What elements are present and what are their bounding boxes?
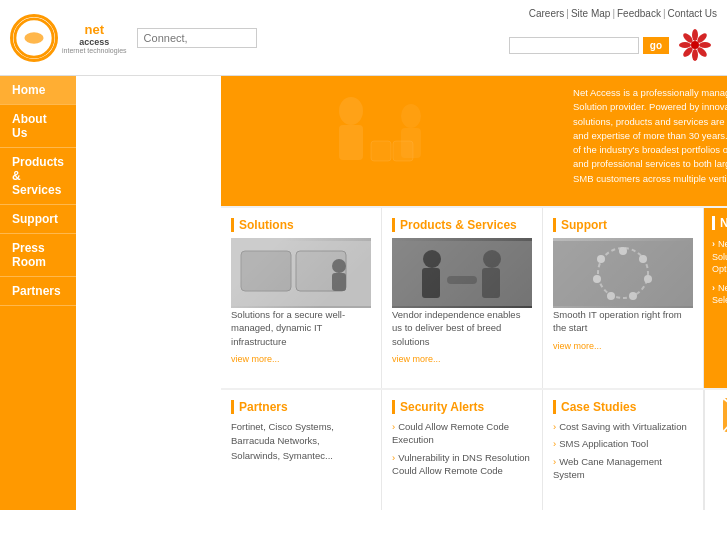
security-alerts-title: Security Alerts: [392, 400, 532, 414]
case-item-2: SMS Application Tool: [553, 437, 693, 450]
connect-input[interactable]: [137, 28, 257, 48]
svg-point-14: [401, 104, 421, 128]
hero-text: Net Access is a professionally managed I…: [561, 76, 727, 206]
case-studies-section: Case Studies Cost Saving with Virtualiza…: [543, 390, 704, 510]
sidebar-nav: Home About Us Products & Services Suppor…: [0, 76, 76, 510]
sidebar-item-pressroom[interactable]: Press Room: [0, 234, 76, 277]
news-view-more[interactable]: view more...: [712, 313, 727, 323]
solutions-view-more[interactable]: view more...: [231, 354, 280, 364]
svg-point-31: [619, 247, 627, 255]
svg-point-26: [483, 250, 501, 268]
support-image: [553, 238, 693, 308]
products-section: Products & Services Vendor independence …: [382, 208, 543, 388]
sitemap-link[interactable]: Site Map: [571, 8, 610, 19]
case-item-3: Web Cane Management System: [553, 455, 693, 482]
svg-point-5: [699, 42, 711, 48]
svg-point-24: [423, 250, 441, 268]
svg-point-9: [679, 42, 691, 48]
svg-rect-17: [393, 141, 413, 161]
careers-link[interactable]: Careers: [529, 8, 565, 19]
security-item-1: Could Allow Remote Code Execution: [392, 420, 532, 447]
murugappa-logo: [673, 23, 717, 67]
partners-desc: Fortinet, Cisco Systems, Barracuda Netwo…: [231, 420, 371, 463]
svg-rect-23: [392, 241, 532, 306]
feedback-link[interactable]: Feedback: [617, 8, 661, 19]
svg-point-12: [339, 97, 363, 125]
main-content: Net Access is a professionally managed I…: [221, 76, 727, 510]
murugappa-circle: [673, 23, 717, 67]
svg-point-1: [24, 32, 43, 43]
svg-rect-16: [371, 141, 391, 161]
sidebar-item-support[interactable]: Support: [0, 205, 76, 234]
solutions-desc: Solutions for a secure well-managed, dyn…: [231, 308, 371, 348]
partners-section: Partners Fortinet, Cisco Systems, Barrac…: [221, 390, 382, 510]
logo-circle: [10, 14, 58, 62]
svg-point-32: [639, 255, 647, 263]
support-title: Support: [553, 218, 693, 232]
logo-text: net access internet technologies: [62, 22, 127, 54]
solutions-title: Solutions: [231, 218, 371, 232]
svg-point-34: [629, 292, 637, 300]
sidebar-item-partners[interactable]: Partners: [0, 277, 76, 306]
svg-rect-38: [723, 398, 727, 432]
news-events-title: News & Events: [712, 216, 727, 230]
security-item-2: Vulnerability in DNS Resolution Could Al…: [392, 451, 532, 478]
logo: net access internet technologies: [10, 14, 127, 62]
header-right: Careers | Site Map | Feedback | Contact …: [509, 8, 717, 67]
header: net access internet technologies Careers…: [0, 0, 727, 76]
hero-image: [221, 76, 561, 206]
sidebar-item-about[interactable]: About Us: [0, 105, 76, 148]
news-item-1: Net Access Virtualization Solution Enhan…: [712, 238, 727, 276]
svg-rect-13: [339, 125, 363, 160]
products-title: Products & Services: [392, 218, 532, 232]
support-desc: Smooth IT operation right from the start: [553, 308, 693, 335]
sidebar-item-home[interactable]: Home: [0, 76, 76, 105]
solutions-image: [231, 238, 371, 308]
svg-point-37: [597, 255, 605, 263]
logo-access-text: access: [79, 37, 109, 47]
svg-rect-22: [332, 273, 346, 291]
case-item-1: Cost Saving with Virtualization: [553, 420, 693, 433]
support-view-more[interactable]: view more...: [553, 341, 602, 351]
logo-net-text: net: [85, 22, 105, 37]
contactus-link[interactable]: Contact Us: [668, 8, 717, 19]
search-button[interactable]: go: [643, 37, 669, 54]
case-studies-title: Case Studies: [553, 400, 693, 414]
search-input[interactable]: [509, 37, 639, 54]
support-section: Support Smooth IT oper: [543, 208, 704, 388]
svg-rect-28: [447, 276, 477, 284]
sections-row-2: Partners Fortinet, Cisco Systems, Barrac…: [221, 388, 727, 510]
webmail-section: web mail... Follow us on t: [704, 390, 727, 510]
logo-sub-text: internet technologies: [62, 47, 127, 54]
svg-rect-19: [241, 251, 291, 291]
webmail-icon: [723, 398, 727, 434]
sections-row-1: Solutions Solutions for a secure well-ma…: [221, 206, 727, 388]
svg-point-3: [692, 29, 698, 41]
news-events-section: News & Events Net Access Virtualization …: [704, 208, 727, 388]
sidebar-item-products[interactable]: Products & Services: [0, 148, 76, 205]
top-links: Careers | Site Map | Feedback | Contact …: [529, 8, 717, 19]
svg-rect-11: [291, 81, 491, 201]
svg-point-33: [644, 275, 652, 283]
news-item-2: Net Access Achieves Cisco Select Certifi…: [712, 282, 727, 307]
products-image: [392, 238, 532, 308]
products-view-more[interactable]: view more...: [392, 354, 441, 364]
svg-point-7: [692, 49, 698, 61]
security-alerts-section: Security Alerts Could Allow Remote Code …: [382, 390, 543, 510]
search-row: go: [509, 23, 717, 67]
svg-point-36: [593, 275, 601, 283]
svg-rect-27: [482, 268, 500, 298]
header-left: net access internet technologies: [10, 14, 257, 62]
solutions-section: Solutions Solutions for a secure well-ma…: [221, 208, 382, 388]
body-area: Home About Us Products & Services Suppor…: [0, 76, 727, 510]
svg-rect-25: [422, 268, 440, 298]
svg-point-2: [691, 41, 699, 49]
products-desc: Vendor independence enables us to delive…: [392, 308, 532, 348]
svg-point-21: [332, 259, 346, 273]
partners-title: Partners: [231, 400, 371, 414]
hero-section: Net Access is a professionally managed I…: [221, 76, 727, 206]
svg-point-35: [607, 292, 615, 300]
